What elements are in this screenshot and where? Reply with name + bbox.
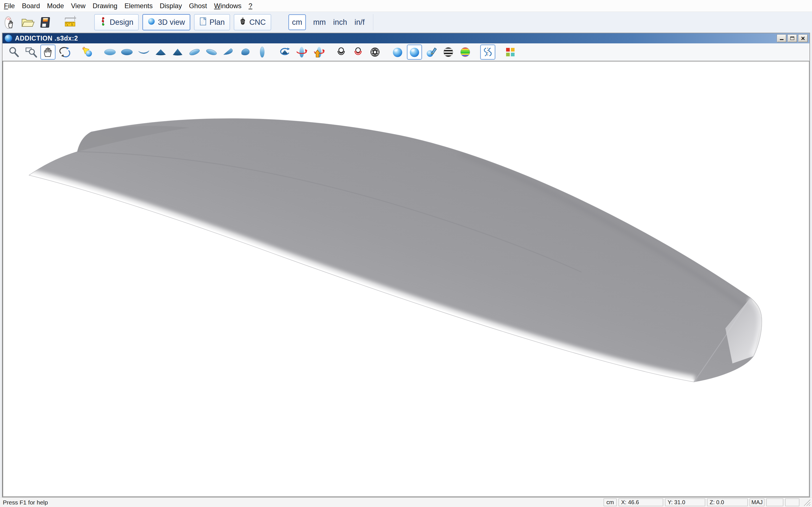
close-button[interactable]: ✕ [798,34,808,42]
minimize-icon [780,37,783,40]
svg-text:1: 1 [66,23,68,26]
unit-cm-button[interactable]: cm [289,14,306,30]
symmetry-mode-icon[interactable] [480,45,495,60]
menu-help[interactable]: ? [249,2,252,10]
rotate-camera-icon[interactable] [277,45,292,60]
design-mode-button[interactable]: Design [94,14,139,31]
measurements-icon[interactable]: 1 0 [63,14,78,30]
status-z: Z: 0.0 [707,499,748,506]
sphere-3d-icon [148,17,155,27]
view-3d-mode-button[interactable]: 3D view [142,14,190,31]
status-bar: Press F1 for help cm X: 46.6 Y: 31.0 Z: … [0,497,812,507]
plan-icon [199,17,207,27]
view-outline-bottom-icon[interactable] [119,45,135,60]
menu-display[interactable]: Display [160,2,182,10]
new-board-icon[interactable] [2,14,17,30]
cnc-label: CNC [249,18,266,27]
zoom-icon[interactable] [6,45,22,60]
main-toolbar: 1 0 Design 3D view [0,12,812,33]
cnc-mode-button[interactable]: CNC [234,14,271,31]
view-rocker-icon[interactable] [136,45,151,60]
wireframe-icon[interactable] [334,45,349,60]
status-empty-1 [766,499,783,506]
status-caps: MAJ [750,499,764,506]
view-perspective-3-icon[interactable] [221,45,236,60]
render-zebra-icon[interactable] [441,45,456,60]
document-window: ADDICTION .s3dx:2 ✕ [2,33,810,497]
status-y: Y: 31.0 [665,499,705,506]
save-file-icon[interactable] [38,14,52,30]
unit-cm-label: cm [292,18,302,27]
unit-inf-button[interactable]: in/f [354,18,364,27]
open-file-icon[interactable] [20,14,35,30]
cnc-icon [239,17,246,27]
view-perspective-4-icon[interactable] [238,45,253,60]
menu-bar: File Board Mode View Drawing Elements Di… [0,0,812,12]
maximize-button[interactable] [788,34,797,42]
lighting-icon[interactable] [80,45,95,60]
wireframe-sections-icon[interactable] [350,45,366,60]
rotate-board-axis-icon[interactable] [294,45,309,60]
application-window: File Board Mode View Drawing Elements Di… [0,0,812,507]
plan-label: Plan [209,18,225,27]
color-settings-icon[interactable] [503,45,518,60]
close-icon: ✕ [801,36,805,41]
status-empty-2 [785,499,799,506]
toolbar-separator [373,14,373,31]
pan-icon[interactable] [40,45,56,60]
design-icon [100,17,107,27]
status-coordinates: cm X: 46.6 Y: 31.0 Z: 0.0 MAJ [604,499,811,506]
render-curvature-icon[interactable] [458,45,473,60]
view-toolbar [3,43,809,61]
window-sphere-icon [5,35,12,42]
document-title: ADDICTION .s3dx:2 [15,35,776,42]
view-section-front-icon[interactable] [153,45,168,60]
document-title-bar[interactable]: ADDICTION .s3dx:2 ✕ [3,33,809,43]
menu-view[interactable]: View [71,2,86,10]
wireframe-mesh-icon[interactable] [367,45,383,60]
view-plan-vertical-icon[interactable] [255,45,270,60]
design-label: Design [110,18,133,27]
viewport-3d[interactable] [3,61,809,497]
view-perspective-1-icon[interactable] [187,45,202,60]
svg-text:0: 0 [71,23,73,26]
view-perspective-2-icon[interactable] [204,45,219,60]
view-section-back-icon[interactable] [170,45,185,60]
unit-inch-button[interactable]: inch [333,18,347,27]
status-help-text: Press F1 for help [3,499,48,506]
status-unit: cm [604,499,617,506]
menu-board[interactable]: Board [22,2,40,10]
menu-elements[interactable]: Elements [124,2,153,10]
board-3d-render [3,61,809,496]
minimize-button[interactable] [777,34,786,42]
orbit-rotate-icon[interactable] [57,45,72,60]
menu-windows[interactable]: Windows [214,2,241,10]
render-paint-icon[interactable] [424,45,439,60]
view-3d-label: 3D view [158,18,185,27]
view-outline-top-icon[interactable] [102,45,117,60]
rotate-board-flip-icon[interactable] [311,45,326,60]
menu-drawing[interactable]: Drawing [93,2,117,10]
menu-file[interactable]: File [4,2,15,10]
unit-mm-button[interactable]: mm [313,18,326,27]
resize-grip[interactable] [803,499,811,506]
menu-mode[interactable]: Mode [47,2,64,10]
menu-ghost[interactable]: Ghost [189,2,207,10]
render-shaded-icon[interactable] [407,45,422,60]
maximize-icon [790,37,794,40]
status-x: X: 46.6 [619,499,663,506]
render-solid-icon[interactable] [390,45,405,60]
zoom-window-icon[interactable] [23,45,39,60]
plan-mode-button[interactable]: Plan [194,14,230,31]
